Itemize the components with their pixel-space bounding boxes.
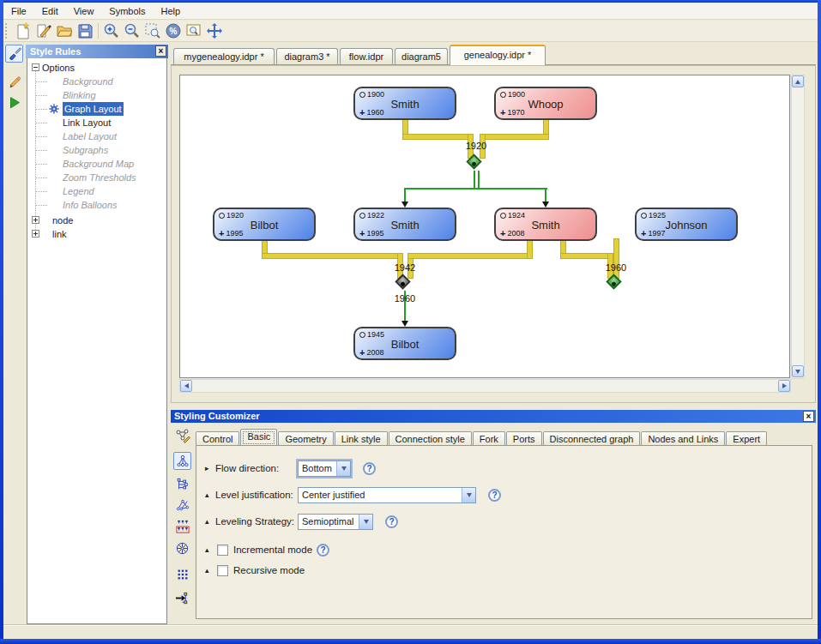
tab-diagram3[interactable]: diagram3 * [276,48,338,64]
death-year: 1970 [507,108,524,117]
window-border-right [818,0,821,644]
style-rules-close-icon[interactable]: × [155,45,166,57]
random-layout-icon[interactable] [173,496,191,514]
menu-symbols[interactable]: Symbols [101,3,153,20]
leveling-strategy-select[interactable]: Semioptimal [298,514,373,530]
style-rules-titlebar[interactable]: Style Rules × [26,45,168,58]
help-icon[interactable]: ? [385,515,398,528]
styling-customizer-panel: Control Basic Geometry Link style Connec… [171,423,816,623]
zoom-level-icon[interactable]: % [163,21,184,40]
styling-customizer-titlebar[interactable]: Styling Customizer × [171,410,816,423]
help-icon[interactable]: ? [363,462,376,475]
style-rules-tree: Options Background Blinking Graph Layout… [27,58,167,624]
tree-item-label: Label Layout [63,129,117,143]
run-icon[interactable] [5,93,23,111]
person-node-bilbot-1920[interactable]: 1920 Bilbot +1995 [213,208,316,241]
marriage-link-segment [408,254,529,258]
menu-file[interactable]: File [3,3,34,20]
tree-item-label: Graph Layout [63,102,124,116]
window-border-bottom [0,639,821,644]
pan-icon[interactable] [204,21,225,40]
vertical-scrollbar[interactable] [791,75,805,379]
person-node-whoop-1900[interactable]: 1900 Whoop +1970 [494,87,597,120]
death-icon: + [219,230,224,238]
tab-flow[interactable]: flow.idpr [340,48,393,64]
marriage-link-segment [403,135,473,139]
descent-arrow-icon [401,202,408,208]
death-row: +1970 [500,108,524,117]
person-node-smith-1900[interactable]: 1900 Smith +1960 [353,87,456,120]
flow-direction-row: ▸ Flow direction: Bottom ? [205,460,806,478]
circular-layout-icon[interactable] [173,539,191,557]
grid-layout-icon[interactable] [173,565,191,583]
window-border-top [0,0,821,3]
save-icon[interactable] [75,21,95,40]
person-node-smith-1924[interactable]: 1924 Smith +2008 [494,208,597,241]
tab-diagram5[interactable]: diagram5 [395,48,448,64]
customizer-graph-edit-icon[interactable] [173,426,191,444]
incremental-mode-checkbox[interactable] [217,545,228,556]
help-icon[interactable]: ? [488,489,501,502]
menu-view[interactable]: View [66,3,102,20]
scroll-right-icon[interactable] [778,380,790,392]
menu-help[interactable]: Help [154,3,189,20]
customizer-content: ▸ Flow direction: Bottom ? ▴ Level justi… [196,445,812,619]
edit-pencil-icon[interactable] [5,73,23,91]
help-icon[interactable]: ? [317,544,329,557]
recursive-mode-label: Recursive mode [233,563,305,579]
expander-up-icon[interactable]: ▴ [205,517,209,526]
tab-genealogy[interactable]: genealogy.idpr * [450,45,546,65]
expander-right-icon[interactable]: ▸ [205,464,209,472]
app-window: File Edit View Symbols Help % Style Rule… [0,0,821,644]
person-node-smith-1922[interactable]: 1922 Smith +1995 [353,208,456,241]
status-bar [3,624,818,639]
expander-up-icon[interactable]: ▴ [205,545,209,554]
zoom-area-icon[interactable] [142,21,163,40]
death-icon: + [641,230,646,238]
chevron-down-icon[interactable] [359,515,372,529]
diagram-canvas[interactable]: 1920 1942 1960 1960 1900 Smith +1960 190… [179,75,790,378]
marriage-link-segment [528,239,532,258]
expand-icon[interactable] [32,216,39,224]
tab-basic[interactable]: Basic [240,429,277,447]
new-diagram-wizard-icon[interactable] [33,21,54,40]
menu-edit[interactable]: Edit [34,3,66,20]
overview-icon[interactable] [184,21,204,40]
level-layout-icon[interactable] [173,517,191,535]
recursive-mode-checkbox[interactable] [217,565,228,576]
birth-icon [500,213,506,219]
tree-layout-icon[interactable] [173,475,191,493]
new-document-icon[interactable] [13,21,33,40]
collapse-icon[interactable] [32,63,39,71]
scroll-left-icon[interactable] [180,380,192,392]
person-node-bilbot-1945[interactable]: 1945 Bilbot +2008 [353,327,456,360]
tree-item-label: Zoom Thresholds [63,171,136,184]
link-routing-icon[interactable] [173,589,191,607]
scroll-up-icon[interactable] [792,75,804,87]
zoom-in-icon[interactable] [101,21,122,40]
death-year: 1960 [366,108,383,117]
person-node-johnson-1925[interactable]: 1925 Johnson +1997 [635,208,738,241]
expand-icon[interactable] [32,230,39,238]
expander-up-icon[interactable]: ▴ [205,566,209,575]
descent-arrow-icon [401,321,408,327]
flow-direction-select[interactable]: Bottom [298,460,351,477]
horizontal-scrollbar[interactable] [179,379,791,393]
expander-up-icon[interactable]: ▴ [205,491,209,499]
scroll-down-icon[interactable] [792,365,804,377]
death-row: +1995 [219,229,243,238]
tab-mygenealogy[interactable]: mygenealogy.idpr * [173,48,275,64]
level-justification-select[interactable]: Center justified [298,487,476,503]
open-icon[interactable] [54,21,75,40]
style-brush-icon[interactable] [5,45,23,63]
chevron-down-icon[interactable] [462,488,475,503]
toolbar-grip[interactable] [5,23,9,39]
styling-customizer-close-icon[interactable]: × [803,411,814,422]
zoom-out-icon[interactable] [122,21,142,40]
window-border-left [0,0,3,644]
diagram-view: 1920 1942 1960 1960 1900 Smith +1960 190… [171,65,816,403]
chevron-down-icon[interactable] [336,461,350,476]
hierarchical-layout-icon[interactable] [173,452,191,470]
marriage-year-label: 1960 [599,262,633,273]
incremental-mode-row: ▴ Incremental mode ? [205,542,806,559]
